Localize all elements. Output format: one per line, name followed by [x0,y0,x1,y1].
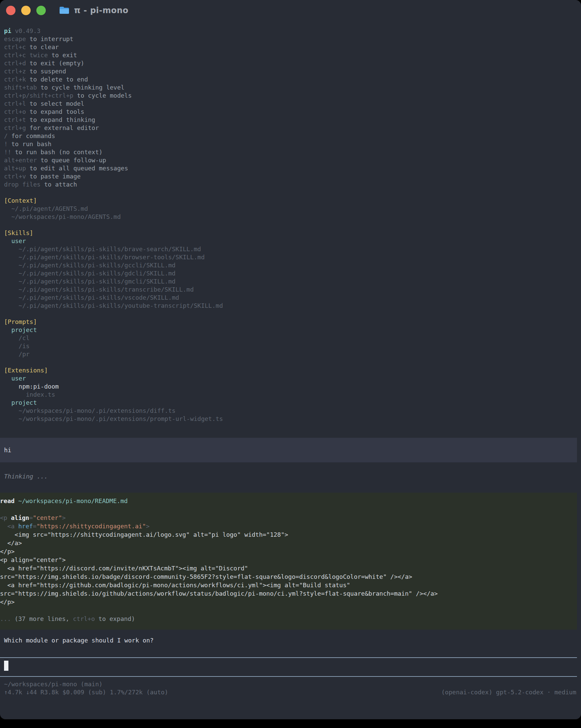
terminal-line: drop files to attach [4,181,581,188]
terminal-line: </a> [0,539,577,547]
terminal-line: /is [4,342,581,350]
cwd-branch: ~/workspaces/pi-mono (main) [4,680,576,688]
terminal-line: / for commands [4,132,581,140]
terminal-line: src="https://img.shields.io/github/actio… [0,589,577,598]
terminal-line: ~/workspaces/pi-mono/.pi/extensions/diff… [4,407,581,415]
terminal-line: [Context] [4,197,581,205]
terminal-line: ~/workspaces/pi-mono/.pi/extensions/prom… [4,415,581,423]
terminal-line: ~/.pi/agent/skills/pi-skills/browser-too… [4,253,581,261]
terminal-line: user [4,237,581,245]
terminal-line: </p> [0,598,577,606]
model-info: (openai-codex) gpt-5.2-codex · medium [441,688,576,696]
terminal-line: ctrl+z to suspend [4,67,581,75]
status-bar: ~/workspaces/pi-mono (main) ↑4.7k ↓44 R3… [4,680,576,696]
terminal-line: project [4,399,581,407]
window-title: π - pi-mono [74,6,129,15]
terminal-line: ! to run bash [4,140,581,148]
terminal-line: /pr [4,350,581,358]
terminal-line: project [4,326,581,334]
terminal-line: user [4,374,581,383]
terminal-line [4,188,581,197]
terminal-line: npm:pi-doom [4,383,581,391]
terminal-content: pi v0.49.3escape to interruptctrl+c to c… [0,21,581,696]
titlebar: π - pi-mono [0,0,581,21]
terminal-line: ctrl+l to select model [4,100,581,108]
input-divider-bottom [0,676,577,677]
terminal-line: ctrl+t to expand thinking [4,116,581,124]
terminal-line [4,310,581,318]
terminal-line: ~/.pi/agent/skills/pi-skills/brave-searc… [4,245,581,253]
terminal-line: pi v0.49.3 [4,27,581,35]
terminal-line [0,505,577,514]
terminal-line: alt+enter to queue follow-up [4,156,581,164]
startup-output: pi v0.49.3escape to interruptctrl+c to c… [0,27,581,423]
terminal-line: <a href="https://discord.com/invite/nKXT… [0,564,577,572]
terminal-line: [Prompts] [4,318,581,326]
terminal-line: ~/.pi/agent/skills/pi-skills/transcribe/… [4,286,581,294]
user-message-text: hi [4,446,11,454]
terminal-line: index.ts [4,391,581,399]
terminal-line: ctrl+c to clear [4,43,581,51]
terminal-line: ~/.pi/agent/AGENTS.md [4,205,581,213]
text-cursor [4,661,8,671]
tool-call-block: read ~/workspaces/pi-mono/README.md <p a… [0,493,577,630]
terminal-line: <p align="center"> [0,555,577,564]
terminal-line [0,606,577,615]
prompt-input[interactable] [0,657,577,677]
folder-icon [59,6,70,15]
terminal-line: ... (37 more lines, ctrl+o to expand) [0,615,577,623]
thinking-indicator: Thinking ... [4,472,581,480]
terminal-window: π - pi-mono pi v0.49.3escape to interrup… [0,0,581,719]
terminal-line: alt+up to edit all queued messages [4,164,581,173]
terminal-line: ~/.pi/agent/skills/pi-skills/gdcli/SKILL… [4,269,581,278]
terminal-line: ctrl+c twice to exit [4,51,581,59]
terminal-line: ~/workspaces/pi-mono/AGENTS.md [4,213,581,221]
terminal-line: <a href="https://shittycodingagent.ai"> [0,522,577,530]
maximize-button[interactable] [36,6,46,15]
close-button[interactable] [6,6,16,15]
terminal-line: escape to interrupt [4,35,581,43]
terminal-line: <img src="https://shittycodingagent.ai/l… [0,530,577,539]
terminal-line [4,221,581,229]
input-line[interactable] [0,658,577,676]
terminal-line: /cl [4,334,581,342]
terminal-line: [Extensions] [4,366,581,374]
terminal-line: ctrl+o to expand tools [4,108,581,116]
terminal-line: ctrl+p/shift+ctrl+p to cycle models [4,92,581,100]
terminal-line: ~/.pi/agent/skills/pi-skills/youtube-tra… [4,302,581,310]
terminal-line: <p align="center"> [0,514,577,522]
terminal-line: ctrl+v to paste image [4,173,581,181]
minimize-button[interactable] [21,6,31,15]
terminal-line [4,358,581,366]
terminal-line: ~/.pi/agent/skills/pi-skills/gmcli/SKILL… [4,278,581,286]
terminal-line: <a href="https://github.com/badlogic/pi-… [0,581,577,589]
token-stats: ↑4.7k ↓44 R3.8k $0.009 (sub) 1.7%/272k (… [4,688,168,696]
terminal-line: ctrl+k to delete to end [4,75,581,83]
terminal-line: ctrl+g for external editor [4,124,581,132]
terminal-line: !! to run bash (no context) [4,148,581,156]
terminal-line: ~/.pi/agent/skills/pi-skills/vscode/SKIL… [4,294,581,302]
terminal-line: ctrl+d to exit (empty) [4,59,581,67]
user-message: hi [0,438,577,462]
assistant-message: Which module or package should I work on… [4,636,581,645]
terminal-line: read ~/workspaces/pi-mono/README.md [0,497,577,505]
terminal-line: shift+tab to cycle thinking level [4,83,581,92]
terminal-line: [Skills] [4,229,581,237]
terminal-line: ~/.pi/agent/skills/pi-skills/gccli/SKILL… [4,261,581,269]
terminal-line: </p> [0,547,577,555]
terminal-line: src="https://img.shields.io/badge/discor… [0,572,577,581]
